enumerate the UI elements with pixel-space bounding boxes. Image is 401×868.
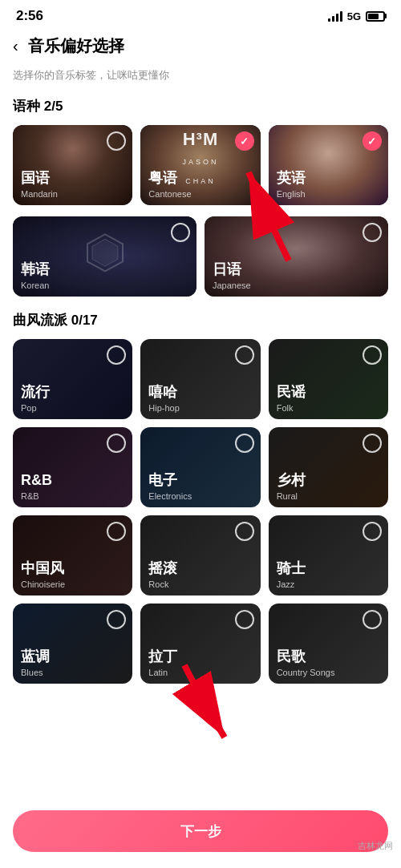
select-cantonese[interactable] <box>235 131 254 151</box>
page-title: 音乐偏好选择 <box>28 35 124 57</box>
cantonese-subtitle: Cantonese <box>148 189 252 199</box>
select-latin[interactable] <box>235 610 254 629</box>
genre-card-folk2[interactable]: 民歌 Country Songs <box>269 604 388 684</box>
genre-card-rnb[interactable]: R&B R&B <box>13 427 132 507</box>
next-button[interactable]: 下一步 <box>13 810 388 852</box>
select-english[interactable] <box>363 131 382 151</box>
pop-title: 流行 <box>21 384 124 402</box>
folk-subtitle: Folk <box>277 403 380 413</box>
english-title: 英语 <box>277 170 380 188</box>
genre-card-jazz[interactable]: 骑士 Jazz <box>269 515 388 595</box>
select-folk[interactable] <box>363 345 382 365</box>
select-korean[interactable] <box>171 223 190 242</box>
header: ‹ 音乐偏好选择 <box>0 29 401 65</box>
blues-subtitle: Blues <box>21 668 124 677</box>
language-card-english[interactable]: 英语 English <box>269 125 388 205</box>
folk2-title: 民歌 <box>277 648 380 666</box>
rock-title: 摇滚 <box>148 560 252 578</box>
electronic-title: 电子 <box>148 472 252 490</box>
latin-subtitle: Latin <box>148 668 252 677</box>
folk2-subtitle: Country Songs <box>277 668 380 677</box>
latin-title: 拉丁 <box>148 648 252 666</box>
chinese-title: 中国风 <box>21 560 124 578</box>
korean-subtitle: Korean <box>21 281 188 290</box>
korean-title: 韩语 <box>21 261 188 279</box>
select-blues[interactable] <box>107 610 126 629</box>
select-electronic[interactable] <box>235 434 254 453</box>
network-type: 5G <box>347 10 361 22</box>
rnb-subtitle: R&B <box>21 491 124 501</box>
mandarin-title: 国语 <box>21 170 124 188</box>
jazz-title: 骑士 <box>277 560 380 578</box>
genre-card-chinese[interactable]: 中国风 Chinoiserie <box>13 515 132 595</box>
genre-card-latin[interactable]: 拉丁 Latin <box>140 604 260 684</box>
english-subtitle: English <box>277 189 380 199</box>
select-japanese[interactable] <box>363 223 382 242</box>
hiphop-subtitle: Hip-hop <box>148 403 252 413</box>
language-card-korean[interactable]: 韩语 Korean <box>13 216 196 297</box>
blues-title: 蓝调 <box>21 648 124 666</box>
genre-card-folk[interactable]: 民谣 Folk <box>269 339 388 419</box>
jazz-subtitle: Jazz <box>277 579 380 589</box>
rock-subtitle: Rock <box>148 579 252 589</box>
cantonese-title: 粤语 <box>148 170 252 188</box>
select-rural[interactable] <box>363 434 382 453</box>
select-rnb[interactable] <box>107 434 126 453</box>
genre-section-header: 曲风流派 0/17 <box>0 308 401 339</box>
hiphop-title: 嘻哈 <box>148 384 252 402</box>
genre-card-pop[interactable]: 流行 Pop <box>13 339 132 419</box>
folk-title: 民谣 <box>277 384 380 402</box>
rnb-title: R&B <box>21 472 124 490</box>
genre-card-rock[interactable]: 摇滚 Rock <box>140 515 260 595</box>
battery-icon <box>366 11 385 22</box>
select-hiphop[interactable] <box>235 345 254 365</box>
rural-subtitle: Rural <box>277 491 380 501</box>
language-grid: 国语 Mandarin H³MJASON CHAN 粤语 Cantonese 英… <box>0 125 401 205</box>
genre-card-blues[interactable]: 蓝调 Blues <box>13 604 132 684</box>
status-bar: 2:56 5G <box>0 0 401 29</box>
language-card-japanese[interactable]: 日语 Japanese <box>205 216 388 297</box>
status-time: 2:56 <box>16 8 43 24</box>
genre-grid: 流行 Pop 嘻哈 Hip-hop 民谣 Folk R&B R&B <box>0 339 401 684</box>
status-icons: 5G <box>328 10 385 22</box>
japanese-title: 日语 <box>213 261 380 279</box>
select-folk2[interactable] <box>363 610 382 629</box>
electronic-subtitle: Electronics <box>148 491 252 501</box>
language-section-header: 语种 2/5 <box>0 94 401 125</box>
select-jazz[interactable] <box>363 522 382 541</box>
select-chinese[interactable] <box>107 522 126 541</box>
rural-title: 乡村 <box>277 472 380 490</box>
back-button[interactable]: ‹ <box>13 37 18 55</box>
language-card-mandarin[interactable]: 国语 Mandarin <box>13 125 132 205</box>
genre-card-hiphop[interactable]: 嘻哈 Hip-hop <box>140 339 260 419</box>
genre-card-electronic[interactable]: 电子 Electronics <box>140 427 260 507</box>
signal-icon <box>328 10 342 22</box>
language-card-cantonese[interactable]: H³MJASON CHAN 粤语 Cantonese <box>140 125 260 205</box>
select-pop[interactable] <box>107 345 126 365</box>
japanese-subtitle: Japanese <box>213 281 380 290</box>
chinese-subtitle: Chinoiserie <box>21 579 124 589</box>
select-rock[interactable] <box>235 522 254 541</box>
genre-card-rural[interactable]: 乡村 Rural <box>269 427 388 507</box>
language-grid-2: 韩语 Korean 日语 Japanese <box>0 216 401 297</box>
pop-subtitle: Pop <box>21 403 124 413</box>
mandarin-subtitle: Mandarin <box>21 189 124 199</box>
page-subtitle: 选择你的音乐标签，让咪咕更懂你 <box>0 65 401 94</box>
bottom-bar: 下一步 <box>0 801 401 868</box>
